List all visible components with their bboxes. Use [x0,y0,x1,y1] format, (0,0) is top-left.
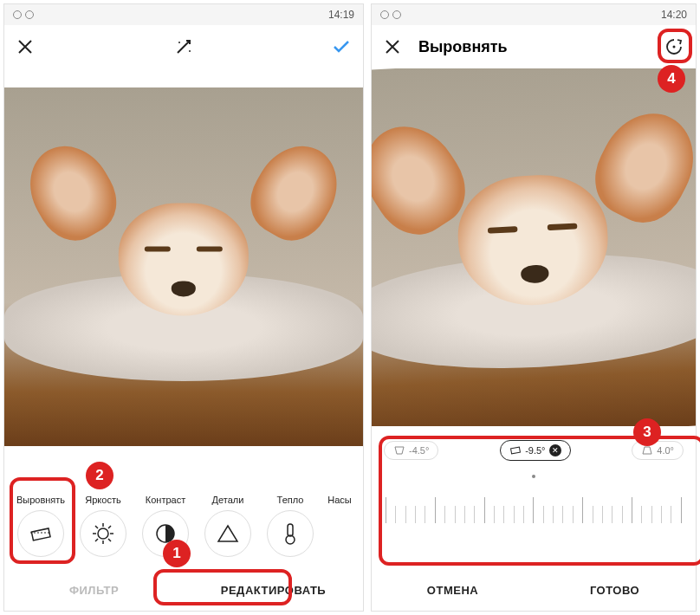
tab-filter[interactable]: ФИЛЬТР [4,584,184,597]
preset-perspective-x[interactable]: -4.5° [384,441,438,460]
tool-saturation[interactable]: Насы [325,495,354,557]
rotate-icon [664,37,684,56]
perspective-y-icon [641,445,653,456]
page-title: Выровнять [410,38,658,56]
triangle-icon [215,521,241,547]
cancel-button[interactable] [16,38,42,55]
angle-dial-area: -4.5° -9.5° ✕ 4.0° [372,426,696,569]
brightness-icon [90,521,116,547]
svg-rect-8 [511,447,521,454]
tool-straighten[interactable]: Выровнять [13,495,68,557]
svg-point-1 [189,50,191,52]
rotate-small-icon [509,445,522,456]
tool-contrast[interactable]: Контраст [138,495,193,557]
tool-structure[interactable]: Детали [200,495,256,557]
edit-screen-left: 14:19 Выровнять Яркость [3,3,364,612]
perspective-x-icon [393,445,405,456]
preset-rotate[interactable]: -9.5° ✕ [500,440,570,461]
svg-point-0 [178,42,180,43]
bottom-tabs: ОТМЕНА ГОТОВО [372,569,696,611]
magic-wand-button[interactable] [42,37,325,56]
contrast-icon [152,521,178,547]
svg-point-7 [673,46,676,49]
confirm-button[interactable] [325,37,351,56]
close-icon [16,38,34,55]
preset-perspective-y[interactable]: 4.0° [632,441,684,460]
tool-warmth[interactable]: Тепло [262,495,318,557]
straighten-screen-right: 14:20 Выровнять -4.5° [371,3,697,612]
thermometer-icon [277,521,303,547]
status-bar: 14:20 [372,4,696,25]
straighten-header: Выровнять [372,25,696,68]
photo-preview[interactable] [372,68,696,426]
tool-brightness[interactable]: Яркость [75,495,131,557]
back-button[interactable] [384,38,410,55]
wand-icon [174,37,193,56]
photo-preview[interactable] [4,68,363,465]
tab-cancel[interactable]: ОТМЕНА [372,584,534,597]
rotate-button[interactable] [658,37,684,56]
edit-tools-row[interactable]: Выровнять Яркость Контраст Детали Тепло … [4,465,363,569]
status-time: 14:19 [328,9,354,21]
svg-point-3 [98,528,108,539]
svg-rect-2 [31,528,50,541]
status-bar: 14:19 [4,4,363,25]
close-icon [384,38,401,55]
tab-edit[interactable]: РЕДАКТИРОВАТЬ [184,584,363,597]
bottom-tabs: ФИЛЬТР РЕДАКТИРОВАТЬ [4,569,363,611]
editor-header [4,25,363,68]
tab-done[interactable]: ГОТОВО [534,584,696,597]
status-time: 14:20 [661,9,687,21]
angle-ruler[interactable] [384,485,684,528]
reset-angle-icon[interactable]: ✕ [549,444,561,456]
straighten-icon [28,521,54,547]
svg-rect-5 [288,524,293,536]
check-icon [332,37,351,56]
